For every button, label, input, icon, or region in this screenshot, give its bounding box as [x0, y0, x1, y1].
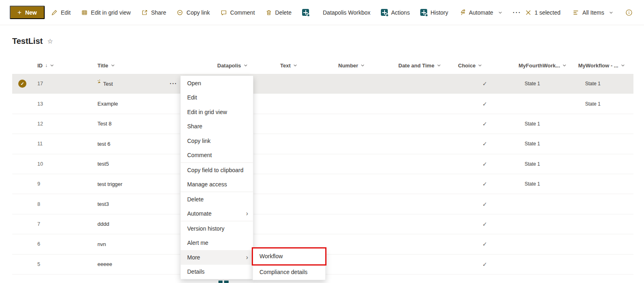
- column-label: Date and Time: [398, 63, 434, 69]
- table-row[interactable]: 8test3✓: [12, 194, 633, 214]
- chevron-down-icon: [50, 63, 54, 67]
- comment-button[interactable]: Comment: [216, 4, 259, 21]
- column-header-id[interactable]: ID↓: [37, 57, 54, 74]
- actions-button[interactable]: Actions: [381, 4, 410, 21]
- context-menu-item-edit-in-grid-view[interactable]: Edit in grid view: [181, 105, 253, 119]
- context-menu-item-delete[interactable]: Delete: [181, 192, 253, 207]
- context-menu-item-automate[interactable]: Automate›: [181, 207, 253, 221]
- row-selected-check-icon[interactable]: ✓: [18, 80, 26, 88]
- context-menu-item-details[interactable]: Details: [181, 265, 253, 279]
- history-button[interactable]: History: [420, 4, 448, 21]
- fourth-workflow-state-value: State 1: [525, 174, 540, 194]
- row-title-value[interactable]: Test: [97, 74, 113, 93]
- context-menu-item-open[interactable]: Open: [181, 76, 253, 91]
- edit-button[interactable]: Edit: [47, 4, 75, 21]
- context-menu-item-manage-access[interactable]: Manage access: [181, 177, 253, 192]
- choice-check-icon: ✓: [482, 114, 487, 134]
- row-title-text: test3: [97, 201, 109, 207]
- menu-item-label: Delete: [187, 196, 203, 203]
- trash-icon: [266, 9, 272, 16]
- row-title-value[interactable]: nvn: [97, 234, 106, 254]
- column-header-date[interactable]: Date and Time: [398, 57, 441, 74]
- row-title-value[interactable]: eeeee: [97, 255, 112, 274]
- copy-link-label: Copy link: [186, 9, 210, 16]
- table-row[interactable]: 10test5✓State 1: [12, 154, 633, 174]
- context-menu-item-comment[interactable]: Comment: [181, 148, 253, 163]
- menu-item-label: Version history: [187, 225, 225, 232]
- row-title-text: Example: [97, 101, 118, 107]
- submenu-item-workflow[interactable]: Workflow: [253, 248, 325, 264]
- table-row[interactable]: 13Example✓State 1: [12, 94, 633, 114]
- column-header-workflow[interactable]: MyWorkflow - ...: [578, 57, 625, 74]
- row-title-text: nvn: [97, 241, 106, 247]
- menu-item-label: Copy field to clipboard: [187, 167, 244, 173]
- workflow-state-value: State 1: [585, 74, 601, 93]
- row-id-value: 11: [37, 134, 43, 153]
- context-menu-item-copy-link[interactable]: Copy link: [181, 134, 253, 148]
- new-button[interactable]: + New: [10, 6, 45, 19]
- row-title-value[interactable]: test3: [97, 194, 109, 214]
- sort-descending-icon: ↓: [45, 63, 48, 68]
- row-id-value: 10: [37, 154, 43, 174]
- menu-item-label: Alert me: [187, 240, 208, 246]
- menu-item-label: Manage access: [187, 181, 227, 188]
- chevron-down-icon: [562, 63, 566, 67]
- table-header-row: ID↓TitleDatapolisTextNumberDate and Time…: [12, 57, 633, 74]
- info-icon: [625, 9, 633, 16]
- context-menu-item-edit[interactable]: Edit: [181, 91, 253, 105]
- edit-in-grid-view-button[interactable]: Edit in grid view: [77, 4, 135, 21]
- context-menu-item-version-history[interactable]: Version history: [181, 221, 253, 236]
- copy-link-button[interactable]: Copy link: [173, 4, 214, 21]
- close-icon: [525, 10, 531, 15]
- row-title-value[interactable]: Test 8: [97, 114, 112, 134]
- row-title-value[interactable]: Example: [97, 94, 118, 113]
- table-row[interactable]: ✓17Test···✓State 1State 1: [12, 74, 633, 94]
- context-menu-item-alert-me[interactable]: Alert me: [181, 236, 253, 251]
- datapolis-app-button[interactable]: [298, 4, 313, 21]
- column-header-datapolis[interactable]: Datapolis: [217, 57, 248, 74]
- row-title-value[interactable]: test5: [97, 154, 109, 174]
- column-header-fourth[interactable]: MyFourthWork...: [519, 57, 566, 74]
- more-submenu: WorkflowCompliance details: [253, 248, 326, 280]
- column-label: Number: [338, 63, 358, 69]
- context-menu-item-share[interactable]: Share: [181, 119, 253, 134]
- partial-teal-icon: [218, 281, 229, 283]
- clear-selection-button[interactable]: 1 selected: [525, 4, 560, 21]
- favorite-star-icon[interactable]: ☆: [47, 37, 53, 45]
- view-selector-button[interactable]: All Items: [573, 4, 613, 21]
- new-item-indicator-icon: [97, 79, 102, 84]
- automate-menu-button[interactable]: Automate: [459, 4, 502, 21]
- submenu-item-label: Compliance details: [259, 269, 307, 275]
- row-title-value[interactable]: test 6: [97, 134, 110, 153]
- table-row[interactable]: 7dddd✓: [12, 214, 633, 234]
- delete-button[interactable]: Delete: [261, 4, 296, 21]
- choice-check-icon: ✓: [482, 154, 487, 174]
- choice-check-icon: ✓: [482, 234, 487, 254]
- menu-item-label: Comment: [187, 152, 212, 158]
- row-more-button[interactable]: ···: [170, 74, 177, 93]
- submenu-item-compliance-details[interactable]: Compliance details: [253, 264, 325, 280]
- table-row[interactable]: 11test 6✓State 1: [12, 134, 633, 154]
- row-title-value[interactable]: test trigger: [97, 174, 122, 194]
- row-title-text: dddd: [97, 221, 109, 227]
- context-menu-item-copy-field-to-clipboard[interactable]: Copy field to clipboard: [181, 163, 253, 177]
- page-title-row: TestList ☆: [12, 37, 53, 46]
- table-row[interactable]: 12Test 8✓State 1: [12, 114, 633, 134]
- column-header-number[interactable]: Number: [338, 57, 365, 74]
- row-title-text: Test: [103, 81, 113, 87]
- menu-item-label: More: [187, 254, 200, 261]
- table-row[interactable]: 9test trigger✓State 1: [12, 174, 633, 194]
- history-label: History: [430, 9, 448, 16]
- command-overflow-button[interactable]: ···: [513, 4, 521, 21]
- chevron-down-icon: [293, 63, 297, 67]
- column-header-choice[interactable]: Choice: [458, 57, 482, 74]
- column-header-title[interactable]: Title: [97, 57, 115, 74]
- datapolis-workbox-button[interactable]: Datapolis Workbox: [323, 4, 370, 21]
- pencil-icon: [51, 9, 58, 16]
- row-title-value[interactable]: dddd: [97, 214, 109, 234]
- column-header-text[interactable]: Text: [280, 57, 297, 74]
- share-button[interactable]: Share: [137, 4, 170, 21]
- info-button[interactable]: [625, 4, 633, 21]
- fourth-workflow-state-value: State 1: [525, 114, 540, 134]
- context-menu-item-more[interactable]: More›: [181, 250, 253, 265]
